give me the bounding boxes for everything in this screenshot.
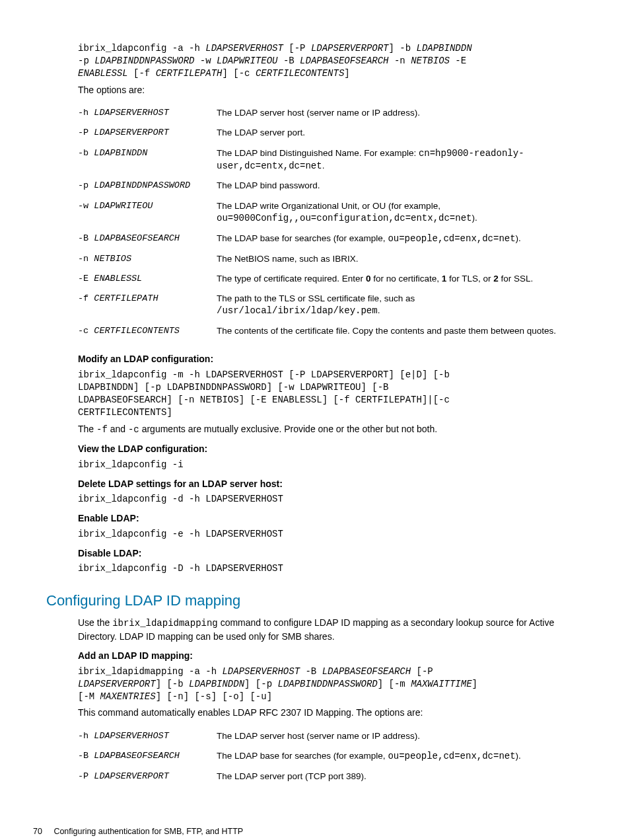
syntax-add-ldap: ibrix_ldapconfig -a -h LDAPSERVERHOST [-… xyxy=(78,42,584,80)
option-description: The LDAP base for searches (for example,… xyxy=(217,746,584,767)
option-flag: -b LDAPBINDDN xyxy=(78,143,217,176)
view-command: ibrix_ldapconfig -i xyxy=(78,459,584,471)
option-description: The LDAP bind Distinguished Name. For ex… xyxy=(217,143,584,176)
option-flag: -w LDAPWRITEOU xyxy=(78,196,217,229)
delete-command: ibrix_ldapconfig -d -h LDAPSERVERHOST xyxy=(78,493,584,506)
table-row: -B LDAPBASEOFSEARCHThe LDAP base for sea… xyxy=(78,746,584,767)
option-description: The LDAP server host (server name or IP … xyxy=(217,103,584,123)
option-description: The type of certificate required. Enter … xyxy=(217,269,584,289)
table-row: -P LDAPSERVERPORTThe LDAP server port. xyxy=(78,123,584,143)
options-table-2: -h LDAPSERVERHOSTThe LDAP server host (s… xyxy=(78,726,584,786)
option-flag: -c CERTFILECONTENTS xyxy=(78,321,217,341)
option-description: The contents of the certificate file. Co… xyxy=(217,321,584,341)
table-row: -h LDAPSERVERHOSTThe LDAP server host (s… xyxy=(78,726,584,746)
table-row: -P LDAPSERVERPORTThe LDAP server port (T… xyxy=(78,767,584,786)
options-table-1: -h LDAPSERVERHOSTThe LDAP server host (s… xyxy=(78,103,584,341)
option-description: The LDAP bind password. xyxy=(217,176,584,196)
disable-command: ibrix_ldapconfig -D -h LDAPSERVERHOST xyxy=(78,562,584,575)
option-flag: -h LDAPSERVERHOST xyxy=(78,726,217,746)
view-heading: View the LDAP configuration: xyxy=(78,443,584,456)
page-number: 70 xyxy=(33,827,42,836)
table-row: -c CERTFILECONTENTSThe contents of the c… xyxy=(78,321,584,341)
idmap-intro: Use the ibrix_ldapidmapping command to c… xyxy=(78,617,584,643)
disable-heading: Disable LDAP: xyxy=(78,547,584,560)
add-idmap-note: This command automatically enables LDAP … xyxy=(78,706,584,720)
table-row: -h LDAPSERVERHOSTThe LDAP server host (s… xyxy=(78,103,584,123)
option-flag: -f CERTFILEPATH xyxy=(78,289,217,321)
option-flag: -B LDAPBASEOFSEARCH xyxy=(78,229,217,249)
option-description: The LDAP write Organizational Unit, or O… xyxy=(217,196,584,229)
option-description: The LDAP server host (server name or IP … xyxy=(217,726,584,746)
enable-heading: Enable LDAP: xyxy=(78,512,584,525)
option-flag: -n NETBIOS xyxy=(78,249,217,269)
table-row: -E ENABLESSLThe type of certificate requ… xyxy=(78,269,584,289)
add-idmap-heading: Add an LDAP ID mapping: xyxy=(78,650,584,663)
option-description: The LDAP server port. xyxy=(217,123,584,143)
option-description: The LDAP base for searches (for example,… xyxy=(217,229,584,249)
option-description: The path to the TLS or SSL certificate f… xyxy=(217,289,584,321)
table-row: -n NETBIOSThe NetBIOS name, such as IBRI… xyxy=(78,249,584,269)
footer-chapter-title: Configuring authentication for SMB, FTP,… xyxy=(53,827,243,836)
option-flag: -P LDAPSERVERPORT xyxy=(78,123,217,143)
option-flag: -P LDAPSERVERPORT xyxy=(78,767,217,786)
option-flag: -E ENABLESSL xyxy=(78,269,217,289)
enable-command: ibrix_ldapconfig -e -h LDAPSERVERHOST xyxy=(78,528,584,541)
modify-note: The -f and -c arguments are mutually exc… xyxy=(78,423,584,437)
table-row: -B LDAPBASEOFSEARCHThe LDAP base for sea… xyxy=(78,229,584,249)
modify-command: ibrix_ldapconfig -m -h LDAPSERVERHOST [-… xyxy=(78,369,584,419)
table-row: -b LDAPBINDDNThe LDAP bind Distinguished… xyxy=(78,143,584,176)
section-heading-ldap-id-mapping: Configuring LDAP ID mapping xyxy=(46,591,584,611)
modify-heading: Modify an LDAP configuration: xyxy=(78,353,584,366)
delete-heading: Delete LDAP settings for an LDAP server … xyxy=(78,478,584,491)
option-flag: -p LDAPBINDDNPASSWORD xyxy=(78,176,217,196)
option-flag: -B LDAPBASEOFSEARCH xyxy=(78,746,217,767)
option-flag: -h LDAPSERVERHOST xyxy=(78,103,217,123)
table-row: -w LDAPWRITEOUThe LDAP write Organizatio… xyxy=(78,196,584,229)
options-intro: The options are: xyxy=(78,84,584,97)
option-description: The NetBIOS name, such as IBRIX. xyxy=(217,249,584,269)
table-row: -p LDAPBINDDNPASSWORDThe LDAP bind passw… xyxy=(78,176,584,196)
table-row: -f CERTFILEPATHThe path to the TLS or SS… xyxy=(78,289,584,321)
option-description: The LDAP server port (TCP port 389). xyxy=(217,767,584,786)
add-idmap-command: ibrix_ldapidmapping -a -h LDAPSERVERHOST… xyxy=(78,666,584,703)
page-footer: 70 Configuring authentication for SMB, F… xyxy=(33,826,584,838)
